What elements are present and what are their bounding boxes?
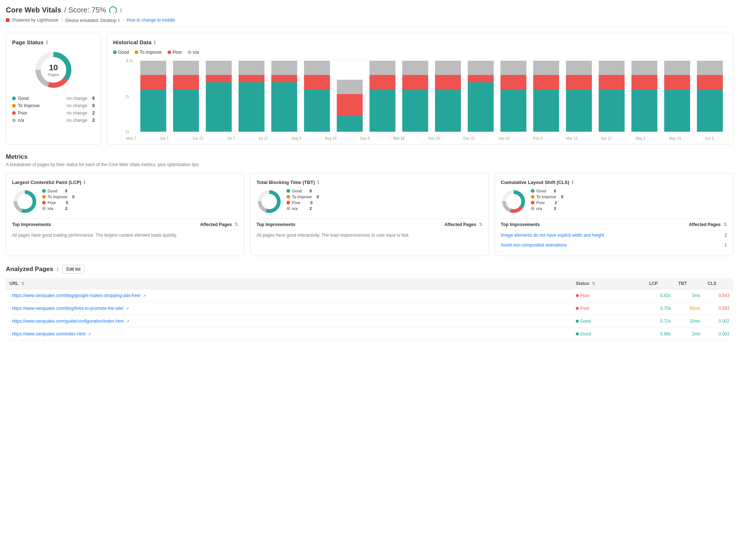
chart-legend-dot-good	[113, 50, 117, 54]
row-url-link[interactable]: https://www.seoquake.com/blog/google-mak…	[12, 293, 141, 298]
row-url-cell: › https://www.seoquake.com/blog/google-m…	[6, 289, 572, 302]
row-tbt-cell: 65ms	[675, 302, 704, 315]
tbt-card: Total Blocking Time (TBT) ℹ Good8 To Imp…	[250, 173, 489, 256]
analyzed-title: Analyzed Pages	[6, 266, 53, 273]
cls-dot-na	[531, 207, 534, 210]
row-lcp-value: 0.89s	[660, 331, 671, 337]
row-cls-cell: 0.003	[704, 328, 733, 341]
svg-rect-43	[500, 61, 526, 75]
cls-body: Good6 To Improve0 Poor2 n/a2	[501, 189, 727, 214]
svg-rect-59	[664, 75, 690, 89]
cls-filter-icon[interactable]: ⇅	[723, 222, 727, 227]
lcp-dot-na	[42, 207, 46, 210]
svg-rect-26	[304, 75, 330, 89]
metrics-description: A breakdown of pages by their status for…	[6, 162, 733, 167]
row-lcp-cell: 0.82s	[645, 289, 675, 302]
lcp-info-icon[interactable]: ℹ	[83, 179, 85, 185]
row-tbt-value: 3ms	[692, 293, 700, 298]
external-link-icon[interactable]: ↗	[126, 319, 129, 323]
tbt-filter-icon[interactable]: ⇅	[479, 222, 483, 227]
cls-improvement-link-1[interactable]: Image elements do not have explicit widt…	[501, 233, 724, 238]
external-link-icon[interactable]: ↗	[126, 307, 129, 311]
table-row: › https://www.seoquake.com/index.html ↗ …	[6, 328, 733, 341]
cls-improvement-row-2: Avoid non-composited animations 1	[501, 240, 727, 250]
row-status-dot	[576, 294, 579, 297]
svg-rect-21	[239, 82, 265, 132]
lcp-dot-poor	[42, 201, 46, 204]
tbt-improvement-row-1: All pages have good interactivity. The l…	[256, 230, 483, 240]
cls-card: Cumulative Layout Shift (CLS) ℹ Good6 To…	[495, 173, 733, 256]
lcp-filter-icon[interactable]: ⇅	[235, 222, 238, 227]
svg-rect-25	[304, 61, 330, 75]
change-to-mobile-link[interactable]: How to change to mobile	[127, 18, 175, 23]
col-status: Status ⇅	[572, 278, 645, 289]
svg-rect-20	[239, 75, 265, 82]
analyzed-info-icon[interactable]: ℹ	[57, 266, 59, 272]
url-filter-icon[interactable]: ⇅	[21, 281, 25, 286]
page-status-card: Page Status ℹ	[6, 33, 101, 144]
cls-title: Cumulative Layout Shift (CLS) ℹ	[501, 179, 727, 185]
top-section: Page Status ℹ	[6, 33, 733, 144]
col-tbt: TBT	[675, 278, 704, 289]
page-status-donut: 10 Pages	[33, 50, 74, 90]
svg-rect-34	[402, 61, 428, 75]
powered-by: Powered by Lighthouse	[12, 18, 58, 23]
table-header-row: URL ⇅ Status ⇅ LCP TBT CLS	[6, 278, 733, 289]
chart-legend-na: n/a	[188, 50, 199, 55]
row-tbt-value: 2ms	[692, 331, 700, 337]
lcp-body: Good8 To Improve0 Poor0 n/a2	[12, 189, 238, 214]
row-expand-arrow[interactable]: ›	[10, 307, 11, 311]
cls-info-icon[interactable]: ℹ	[571, 179, 573, 185]
row-url-link[interactable]: https://www.seoquake.com/guide/configura…	[12, 319, 124, 324]
historical-info-icon[interactable]: ℹ	[154, 40, 155, 45]
historical-chart-svg: 10 5 0	[113, 58, 727, 135]
analyzed-header: Analyzed Pages ℹ Edit list	[6, 265, 733, 274]
row-cls-value: 0.643	[719, 293, 729, 298]
svg-rect-33	[370, 89, 395, 132]
lcp-legend: Good8 To Improve0 Poor0 n/a2	[42, 189, 75, 212]
row-expand-arrow[interactable]: ›	[10, 319, 11, 323]
row-expand-arrow[interactable]: ›	[10, 332, 11, 336]
row-status-badge: Good	[576, 331, 642, 337]
tbt-body: Good8 To Improve0 Poor0 n/a2	[256, 189, 483, 214]
score-info-icon[interactable]: ℹ	[120, 7, 122, 13]
row-status-badge: Good	[576, 319, 642, 324]
status-filter-icon[interactable]: ⇅	[592, 281, 595, 286]
svg-rect-44	[500, 75, 526, 89]
svg-rect-57	[631, 89, 657, 132]
cls-improvements-header: Top Improvements Affected Pages ⇅	[501, 219, 727, 230]
row-url-cell: › https://www.seoquake.com/blog/links-to…	[6, 302, 572, 315]
lighthouse-badge	[6, 18, 10, 22]
lcp-title: Largest Contentful Paint (LCP) ℹ	[12, 179, 238, 185]
page-status-donut-container: 10 Pages	[12, 50, 95, 90]
external-link-icon[interactable]: ↗	[88, 332, 91, 336]
svg-rect-14	[173, 75, 199, 89]
cls-improvement-row-1: Image elements do not have explicit widt…	[501, 230, 727, 240]
historical-title: Historical Data ℹ	[113, 39, 727, 45]
lcp-dot-improve	[42, 195, 46, 199]
svg-rect-52	[599, 61, 624, 75]
svg-rect-42	[468, 82, 494, 132]
row-url-link[interactable]: https://www.seoquake.com/index.html	[12, 331, 86, 337]
edit-list-button[interactable]: Edit list	[62, 265, 85, 274]
row-lcp-value: 0.70s	[660, 306, 671, 311]
col-url: URL ⇅	[6, 278, 572, 289]
legend-item-na: n/a no change 2	[12, 118, 95, 123]
page-status-info-icon[interactable]: ℹ	[46, 40, 48, 45]
cls-improvement-link-2[interactable]: Avoid non-composited animations	[501, 243, 724, 248]
divider2: |	[123, 18, 124, 23]
sub-header: Powered by Lighthouse | Device emulated:…	[6, 17, 733, 27]
svg-rect-29	[337, 94, 363, 116]
device-info-icon[interactable]: ℹ	[118, 17, 120, 23]
svg-rect-53	[599, 75, 624, 89]
svg-rect-18	[206, 82, 232, 132]
tbt-info-icon[interactable]: ℹ	[317, 179, 319, 185]
row-url-link[interactable]: https://www.seoquake.com/blog/links-to-p…	[12, 306, 124, 311]
svg-rect-10	[140, 61, 166, 75]
row-status-cell: Poor	[572, 302, 645, 315]
external-link-icon[interactable]: ↗	[143, 294, 146, 298]
row-tbt-cell: 10ms	[675, 315, 704, 328]
tbt-donut	[256, 189, 282, 214]
svg-rect-58	[664, 61, 690, 75]
row-expand-arrow[interactable]: ›	[10, 294, 11, 298]
